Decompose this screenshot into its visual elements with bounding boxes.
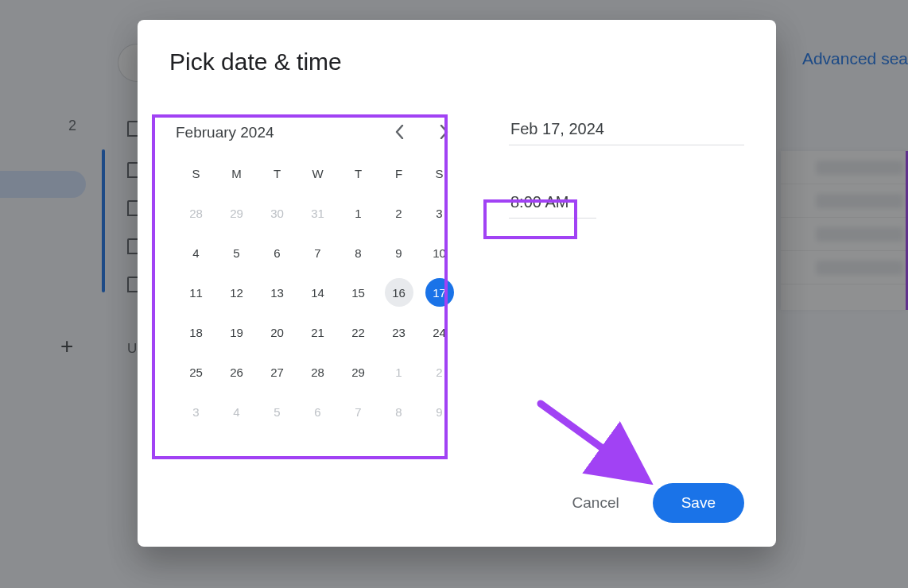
calendar-dow: T xyxy=(257,153,297,193)
calendar-day[interactable]: 15 xyxy=(338,273,378,312)
calendar-day[interactable]: 28 xyxy=(297,352,338,392)
calendar-day[interactable]: 29 xyxy=(338,352,378,392)
calendar-grid: SMTWTFS282930311234567891011121314151617… xyxy=(176,153,460,431)
calendar-day[interactable]: 8 xyxy=(378,392,419,431)
calendar-dow: M xyxy=(216,153,257,193)
calendar-day[interactable]: 3 xyxy=(419,193,460,233)
calendar-dow: S xyxy=(419,153,460,193)
calendar-day[interactable]: 4 xyxy=(176,233,216,273)
calendar-day[interactable]: 9 xyxy=(378,233,419,273)
calendar-day[interactable]: 11 xyxy=(176,273,216,312)
dialog-title: Pick date & time xyxy=(169,48,744,75)
calendar-day[interactable]: 7 xyxy=(338,392,378,431)
calendar-next-month-button[interactable] xyxy=(433,122,455,144)
calendar-prev-month-button[interactable] xyxy=(388,122,410,144)
calendar-day[interactable]: 2 xyxy=(378,193,419,233)
calendar-month-label: February 2024 xyxy=(176,124,274,141)
calendar-day[interactable]: 31 xyxy=(297,193,338,233)
save-button[interactable]: Save xyxy=(653,483,744,523)
date-input[interactable] xyxy=(509,115,744,145)
calendar-day[interactable]: 29 xyxy=(216,193,257,233)
calendar-day[interactable]: 1 xyxy=(378,352,419,392)
calendar-day[interactable]: 28 xyxy=(176,193,216,233)
calendar-day[interactable]: 30 xyxy=(257,193,297,233)
calendar-day[interactable]: 2 xyxy=(419,352,460,392)
chevron-right-icon xyxy=(440,125,448,141)
calendar-day[interactable]: 14 xyxy=(297,273,338,312)
cancel-button[interactable]: Cancel xyxy=(561,486,631,520)
calendar-day[interactable]: 16 xyxy=(378,273,419,312)
calendar-day[interactable]: 6 xyxy=(257,233,297,273)
calendar-day[interactable]: 3 xyxy=(176,392,216,431)
calendar-day[interactable]: 25 xyxy=(176,352,216,392)
calendar-day[interactable]: 5 xyxy=(257,392,297,431)
calendar-day[interactable]: 8 xyxy=(338,233,378,273)
calendar-day[interactable]: 7 xyxy=(297,233,338,273)
calendar-day[interactable]: 4 xyxy=(216,392,257,431)
calendar-dow: T xyxy=(338,153,378,193)
calendar-dow: S xyxy=(176,153,216,193)
calendar-day[interactable]: 26 xyxy=(216,352,257,392)
calendar-day[interactable]: 22 xyxy=(338,312,378,352)
calendar-day[interactable]: 6 xyxy=(297,392,338,431)
calendar-day[interactable]: 9 xyxy=(419,392,460,431)
calendar-day[interactable]: 19 xyxy=(216,312,257,352)
pick-date-time-dialog: Pick date & time February 2024 xyxy=(138,20,776,547)
calendar-day[interactable]: 5 xyxy=(216,233,257,273)
chevron-left-icon xyxy=(395,125,404,141)
calendar-day[interactable]: 10 xyxy=(419,233,460,273)
calendar-dow: F xyxy=(378,153,419,193)
calendar-day[interactable]: 12 xyxy=(216,273,257,312)
calendar-day[interactable]: 17 xyxy=(419,273,460,312)
calendar-day[interactable]: 21 xyxy=(297,312,338,352)
calendar-day[interactable]: 1 xyxy=(338,193,378,233)
calendar-day[interactable]: 13 xyxy=(257,273,297,312)
calendar-day[interactable]: 27 xyxy=(257,352,297,392)
calendar-day[interactable]: 20 xyxy=(257,312,297,352)
calendar: February 2024 SMTWTFS2829303112345678910… xyxy=(169,112,466,438)
time-input[interactable] xyxy=(509,188,596,219)
calendar-dow: W xyxy=(297,153,338,193)
calendar-day[interactable]: 18 xyxy=(176,312,216,352)
calendar-day[interactable]: 24 xyxy=(419,312,460,352)
calendar-day[interactable]: 23 xyxy=(378,312,419,352)
